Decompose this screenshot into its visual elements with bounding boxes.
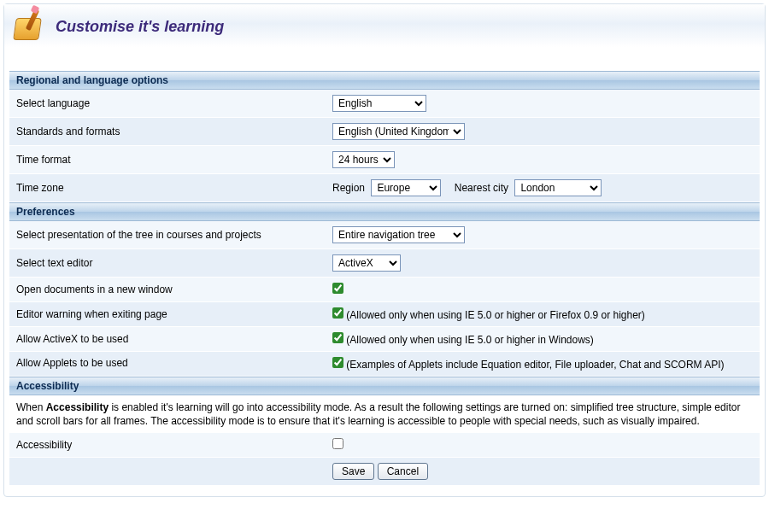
accessibility-desc-bold: Accessibility <box>46 401 109 413</box>
language-select[interactable]: English <box>332 95 426 112</box>
timeformat-label: Time format <box>9 146 326 174</box>
save-button[interactable]: Save <box>332 463 374 480</box>
page-title: Customise it's learning <box>56 18 224 36</box>
exit-warning-checkbox[interactable] <box>332 307 343 319</box>
allow-activex-checkbox[interactable] <box>332 332 343 343</box>
allow-applets-checkbox[interactable] <box>332 357 343 368</box>
content: Regional and language options Select lan… <box>4 71 765 486</box>
nearest-city-select[interactable]: London <box>514 179 602 196</box>
accessibility-desc-post: is enabled it's learning will go into ac… <box>16 401 740 427</box>
region-label: Region <box>332 182 365 194</box>
nearest-city-label: Nearest city <box>455 182 508 194</box>
open-new-window-checkbox[interactable] <box>332 283 343 294</box>
accessibility-table: Accessibility Save Cancel <box>9 433 760 486</box>
tree-select[interactable]: Entire navigation tree <box>332 226 465 243</box>
text-editor-label: Select text editor <box>9 249 326 278</box>
timezone-label: Time zone <box>9 174 326 202</box>
section-regional-header: Regional and language options <box>9 71 760 90</box>
exit-warning-label: Editor warning when exiting page <box>9 302 326 327</box>
open-new-window-label: Open documents in a new window <box>9 278 326 302</box>
cancel-button[interactable]: Cancel <box>378 463 428 480</box>
section-accessibility-header: Accessibility <box>9 377 760 395</box>
customise-icon <box>13 9 47 44</box>
allow-applets-note: (Examples of Applets include Equation ed… <box>346 359 724 371</box>
accessibility-checkbox[interactable] <box>332 438 343 449</box>
page: Customise it's learning Regional and lan… <box>3 3 766 497</box>
text-editor-select[interactable]: ActiveX <box>332 254 401 272</box>
allow-applets-label: Allow Applets to be used <box>9 352 326 377</box>
standards-label: Standards and formats <box>9 118 326 146</box>
exit-warning-note: (Allowed only when using IE 5.0 or highe… <box>346 309 645 321</box>
timeformat-select[interactable]: 24 hours <box>332 151 395 168</box>
allow-activex-note: (Allowed only when using IE 5.0 or highe… <box>346 334 593 346</box>
section-preferences-header: Preferences <box>9 202 760 221</box>
accessibility-desc-pre: When <box>16 401 46 413</box>
page-header: Customise it's learning <box>4 4 765 47</box>
standards-select[interactable]: English (United Kingdom) <box>332 123 465 140</box>
allow-activex-label: Allow ActiveX to be used <box>9 327 326 352</box>
accessibility-description: When Accessibility is enabled it's learn… <box>9 395 760 433</box>
region-select[interactable]: Europe <box>371 179 441 196</box>
regional-table: Select language English Standards and fo… <box>9 90 760 202</box>
accessibility-label: Accessibility <box>9 433 326 458</box>
language-label: Select language <box>9 90 326 118</box>
preferences-table: Select presentation of the tree in cours… <box>9 221 760 377</box>
tree-label: Select presentation of the tree in cours… <box>9 221 326 249</box>
